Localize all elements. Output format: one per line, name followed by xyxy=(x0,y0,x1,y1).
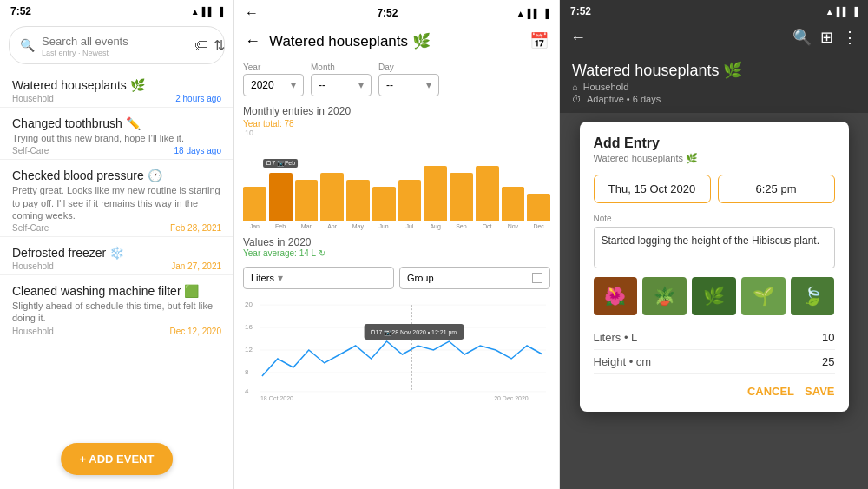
bar[interactable] xyxy=(424,166,447,221)
filter-row: Year 2020 ▾ Month -- ▾ Day -- ▾ xyxy=(234,57,559,105)
bar[interactable] xyxy=(502,187,525,221)
chevron-down-icon: ▾ xyxy=(426,79,431,91)
category-label: Household xyxy=(583,82,629,92)
event-category: Household xyxy=(12,261,54,271)
back-button[interactable]: ← xyxy=(570,29,586,47)
svg-text:20 Dec 2020: 20 Dec 2020 xyxy=(494,395,529,401)
tag-icon[interactable]: 🏷 xyxy=(194,37,208,53)
svg-text:20: 20 xyxy=(245,301,253,308)
event-category: Self-Care xyxy=(12,223,49,233)
event-detail-category: ⌂ Household xyxy=(572,82,856,92)
bar[interactable] xyxy=(450,173,473,221)
event-title: Changed toothbrush ✏️ xyxy=(12,116,221,130)
bar-item: May xyxy=(346,180,370,229)
event-list: Watered houseplants 🌿 Household 2 hours … xyxy=(0,69,233,437)
note-section: Note Started logging the height of the H… xyxy=(594,214,835,268)
photo-thumb-5[interactable]: 🍃 xyxy=(791,277,835,315)
home-icon: ⌂ xyxy=(572,82,578,92)
bar-item: Aug xyxy=(424,166,447,229)
event-date: 18 days ago xyxy=(174,146,222,155)
save-button[interactable]: SAVE xyxy=(805,385,834,398)
list-item[interactable]: Changed toothbrush ✏️ Trying out this ne… xyxy=(0,108,233,160)
bar[interactable] xyxy=(527,194,550,221)
control-row: Liters ▾ Group xyxy=(234,263,559,293)
bar-item: Mar xyxy=(295,180,319,229)
search-input[interactable] xyxy=(42,35,187,48)
sort-icon[interactable]: ⇅ xyxy=(214,37,225,54)
time-chip[interactable]: 6:25 pm xyxy=(718,175,835,203)
panel2-header: ← Watered houseplants 🌿 📅 xyxy=(234,24,559,57)
bar[interactable] xyxy=(398,180,422,221)
event-meta: Self-Care Feb 28, 2021 xyxy=(12,223,221,233)
group-checkbox[interactable]: Group xyxy=(399,267,550,289)
bar-item: Jan xyxy=(243,187,266,229)
calendar-icon[interactable]: 📅 xyxy=(529,31,549,50)
line-chart-section: 20 16 12 8 4 🗒17 📷28 Nov 2020 • 12:21 pm… xyxy=(234,298,559,402)
bar-item: Jun xyxy=(372,187,396,229)
status-icons-1: ▲ ▌▌ ▐ xyxy=(191,7,223,17)
search-icon[interactable]: 🔍 xyxy=(792,28,812,47)
event-detail-adaptive: ⏱ Adaptive • 6 days xyxy=(572,94,856,104)
list-item[interactable]: Defrosted freezer ❄️ Household Jan 27, 2… xyxy=(0,237,233,275)
back-button[interactable]: ← xyxy=(245,32,260,50)
photo-thumb-3[interactable]: 🌿 xyxy=(692,277,736,315)
values-section: Values in 2020 Year average: 14 L ↻ xyxy=(234,229,559,263)
bar-item: Sep xyxy=(450,173,473,229)
adaptive-label: Adaptive • 6 days xyxy=(587,94,661,104)
bar-month-label: Nov xyxy=(508,223,518,229)
dialog-datetime: Thu, 15 Oct 2020 6:25 pm xyxy=(594,175,835,203)
bar-month-label: Feb xyxy=(275,223,286,229)
list-item[interactable]: Checked blood pressure 🕐 Pretty great. L… xyxy=(0,160,233,237)
bar-chart-title: Monthly entries in 2020 xyxy=(243,105,550,117)
back-icon[interactable]: ← xyxy=(245,5,259,21)
photo-thumb-1[interactable]: 🌺 xyxy=(594,277,638,315)
event-meta: Household Jan 27, 2021 xyxy=(12,261,221,271)
date-chip[interactable]: Thu, 15 Oct 2020 xyxy=(594,175,711,203)
status-bar-1: 7:52 ▲ ▌▌ ▐ xyxy=(0,0,233,21)
photo-thumb-2[interactable]: 🪴 xyxy=(642,277,687,315)
wifi-icon: ▲ xyxy=(516,9,525,18)
year-label: Year xyxy=(243,63,304,72)
metric-row-liters: Liters • L 10 xyxy=(594,326,835,350)
metric-label-liters: Liters • L xyxy=(594,331,638,344)
year-select[interactable]: 2020 ▾ xyxy=(243,74,304,96)
bar-chart-section: Monthly entries in 2020 Year total: 78 1… xyxy=(234,105,559,229)
list-item[interactable]: Watered houseplants 🌿 Household 2 hours … xyxy=(0,69,233,108)
values-title: Values in 2020 xyxy=(243,236,550,248)
add-event-button[interactable]: + ADD EVENT xyxy=(61,443,174,475)
bar[interactable] xyxy=(320,173,344,221)
bar[interactable] xyxy=(476,166,499,221)
bar[interactable] xyxy=(372,187,396,221)
bar[interactable] xyxy=(346,180,370,221)
svg-text:16: 16 xyxy=(245,323,253,331)
bar-tooltip: 🗒7 📷Feb xyxy=(263,159,298,168)
note-input[interactable]: Started logging the height of the Hibisc… xyxy=(594,227,835,268)
group-label: Group xyxy=(407,273,434,283)
day-select[interactable]: -- ▾ xyxy=(378,74,439,96)
day-value: -- xyxy=(386,79,393,91)
bar[interactable] xyxy=(295,180,319,221)
more-icon[interactable]: ⋮ xyxy=(842,28,858,47)
bar-item: Jul xyxy=(398,180,422,229)
grid-icon[interactable]: ⊞ xyxy=(820,28,833,47)
unit-select[interactable]: Liters ▾ xyxy=(243,267,394,289)
year-filter-group: Year 2020 ▾ xyxy=(243,63,304,96)
bar-item: Oct xyxy=(476,166,499,229)
event-title: Cleaned washing machine filter 🟩 xyxy=(12,284,221,298)
search-bar[interactable]: 🔍 Last entry · Newest 🏷 ⇅ ⋮ xyxy=(9,26,225,64)
bar-chart-subtitle: Year total: 78 xyxy=(243,119,550,129)
list-item[interactable]: Cleaned washing machine filter 🟩 Slightl… xyxy=(0,275,233,340)
dialog-actions: CANCEL SAVE xyxy=(594,385,835,398)
month-select[interactable]: -- ▾ xyxy=(311,74,372,96)
bar[interactable]: 🗒7 📷Feb xyxy=(269,173,293,221)
photo-thumb-4[interactable]: 🌱 xyxy=(741,277,786,315)
page-title: Watered houseplants 🌿 xyxy=(269,32,521,50)
search-hint: Last entry · Newest xyxy=(42,49,187,57)
event-category: Self-Care xyxy=(12,146,49,155)
note-label: Note xyxy=(594,214,835,223)
cancel-button[interactable]: CANCEL xyxy=(747,385,794,398)
chevron-down-icon: ▾ xyxy=(358,79,364,91)
bar-item: Dec xyxy=(527,194,550,229)
bar-month-label: Mar xyxy=(301,223,312,229)
bar[interactable] xyxy=(243,187,266,221)
